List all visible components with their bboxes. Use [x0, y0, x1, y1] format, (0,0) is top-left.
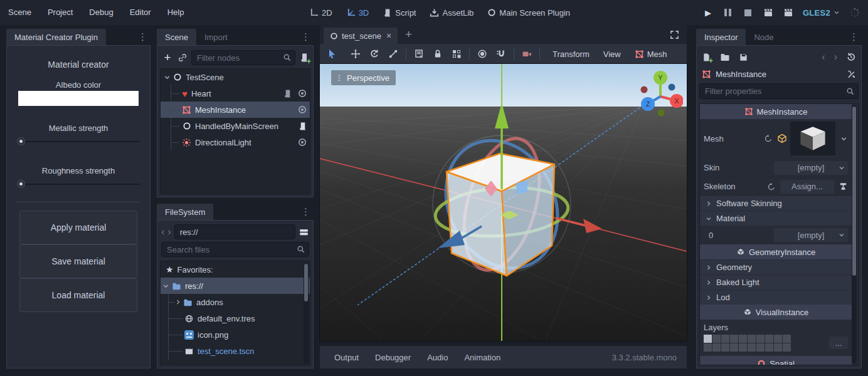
dock-menu-icon[interactable]: ⋮ — [849, 32, 858, 42]
attach-script-button[interactable]: + — [299, 53, 309, 63]
workspace-main-screen-plugin-button[interactable]: Main Screen Plugin — [482, 0, 576, 25]
fs-row-favorites[interactable]: ★ Favorites: — [161, 261, 310, 278]
collapse-icon[interactable] — [162, 282, 170, 290]
menu-editor[interactable]: Editor — [122, 0, 159, 25]
revert-icon[interactable] — [764, 134, 773, 143]
tree-row-heart[interactable]: ♥ Heart — [161, 85, 310, 102]
layer-cell[interactable] — [721, 343, 729, 352]
menu-help[interactable]: Help — [159, 0, 193, 25]
audio-button[interactable]: Audio — [419, 353, 456, 362]
filter-nodes-input[interactable] — [191, 50, 295, 65]
tab-inspector[interactable]: Inspector — [696, 29, 746, 45]
workspace-assetlib-button[interactable]: AssetLib — [424, 0, 479, 25]
scene-tab-test-scene[interactable]: test_scene × — [324, 28, 398, 44]
class-header-meshinstance[interactable]: MeshInstance — [700, 104, 852, 119]
close-tab-icon[interactable]: × — [386, 31, 391, 41]
skeleton-assign-button[interactable]: Assign... — [780, 180, 834, 194]
tab-scene[interactable]: Scene — [157, 29, 196, 45]
mesh-preview[interactable] — [790, 122, 835, 155]
scrollbar-thumb[interactable] — [304, 264, 308, 301]
search-files-input[interactable] — [161, 242, 309, 257]
move-tool-button[interactable] — [346, 46, 365, 62]
stop-button[interactable] — [740, 4, 756, 21]
albedo-color-picker[interactable] — [18, 91, 139, 106]
save-material-button[interactable]: Save material — [19, 244, 137, 278]
slider-handle[interactable] — [17, 180, 25, 188]
layer-cell[interactable] — [712, 335, 721, 343]
lock-node-button[interactable] — [428, 46, 447, 62]
fs-row-addons[interactable]: addons — [161, 294, 310, 310]
visibility-eye-icon[interactable] — [297, 137, 307, 147]
tab-filesystem[interactable]: FileSystem — [157, 204, 213, 220]
tree-row-handledbymainscreen[interactable]: HandledByMainScreen — [161, 118, 310, 134]
debugger-button[interactable]: Debugger — [367, 353, 419, 362]
section-software-skinning[interactable]: Software Skinning — [700, 196, 852, 211]
update-spinner-icon[interactable] — [847, 4, 863, 21]
menu-scene[interactable]: Scene — [0, 0, 40, 25]
layer-cell[interactable] — [765, 343, 773, 352]
layer-cell[interactable] — [721, 335, 729, 343]
view-menu[interactable]: View — [596, 50, 628, 59]
history-forward-button[interactable]: › — [167, 226, 171, 238]
layer-cell[interactable] — [783, 335, 791, 343]
tab-import[interactable]: Import — [196, 29, 236, 45]
renderer-dropdown[interactable]: GLES2 — [800, 8, 843, 18]
fs-row-res[interactable]: res:// — [161, 278, 310, 294]
tab-node[interactable]: Node — [746, 29, 781, 45]
layer-cell[interactable] — [704, 343, 712, 352]
distraction-free-icon[interactable] — [670, 30, 679, 39]
class-header-geometryinstance[interactable]: GeometryInstance — [700, 244, 852, 259]
camera-preview-toggle[interactable] — [517, 46, 536, 62]
section-lod[interactable]: Lod — [700, 290, 852, 305]
output-button[interactable]: Output — [326, 353, 367, 362]
layer-cell[interactable] — [730, 335, 738, 343]
dock-menu-icon[interactable]: ⋮ — [301, 207, 310, 217]
chevron-down-icon[interactable] — [840, 135, 848, 143]
scrollbar[interactable] — [304, 263, 309, 363]
layer-cell[interactable] — [774, 343, 782, 352]
layer-cell[interactable] — [739, 343, 747, 352]
pause-button[interactable] — [720, 4, 736, 21]
transform-menu[interactable]: Transform — [546, 50, 596, 59]
history-back-button[interactable]: ‹ — [161, 226, 164, 238]
layer-cell[interactable] — [712, 343, 721, 352]
workspace-3d-button[interactable]: 3D — [341, 0, 375, 25]
layer-cell[interactable] — [756, 335, 765, 343]
load-material-button[interactable]: Load material — [19, 278, 137, 312]
tree-row-meshinstance[interactable]: MeshInstance — [161, 102, 310, 118]
animation-button[interactable]: Animation — [456, 353, 509, 362]
tree-row-testscene[interactable]: TestScene — [161, 69, 310, 85]
visibility-eye-icon[interactable] — [297, 105, 307, 115]
visibility-eye-icon[interactable] — [297, 88, 307, 98]
menu-project[interactable]: Project — [40, 0, 81, 25]
class-header-spatial[interactable]: Spatial — [700, 356, 852, 365]
layer-cell[interactable] — [765, 335, 773, 343]
layer-cell[interactable] — [730, 343, 738, 352]
expand-icon[interactable] — [174, 298, 182, 306]
dock-menu-icon[interactable]: ⋮ — [301, 32, 310, 42]
dock-menu-icon[interactable]: ⋮ — [138, 32, 147, 42]
section-geometry[interactable]: Geometry — [700, 259, 852, 274]
scrollbar[interactable] — [852, 105, 857, 363]
rotate-tool-button[interactable] — [365, 46, 384, 62]
revert-icon[interactable] — [767, 182, 776, 191]
paint-assign-icon[interactable] — [839, 182, 848, 191]
layers-more-button[interactable]: ... — [829, 337, 848, 349]
layer-cell[interactable] — [748, 343, 756, 352]
material-value-dropdown[interactable]: [empty] — [774, 228, 848, 242]
mesh-menu[interactable]: Mesh — [628, 50, 674, 59]
roughness-strength-slider[interactable] — [17, 180, 140, 189]
list-select-button[interactable] — [410, 46, 428, 62]
play-custom-scene-button[interactable] — [780, 4, 797, 21]
group-node-button[interactable] — [447, 46, 466, 62]
layer-cell[interactable] — [756, 343, 765, 352]
layer-cell[interactable] — [704, 335, 712, 343]
layer-cell[interactable] — [783, 343, 791, 352]
new-resource-button[interactable]: + — [702, 53, 711, 62]
add-node-button[interactable]: + — [161, 51, 174, 65]
current-path-field[interactable]: res:// — [174, 224, 295, 239]
menu-debug[interactable]: Debug — [81, 0, 121, 25]
tree-row-directionallight[interactable]: DirectionalLight — [161, 134, 310, 150]
section-baked-light[interactable]: Baked Light — [700, 274, 852, 290]
save-resource-button[interactable] — [739, 53, 748, 62]
